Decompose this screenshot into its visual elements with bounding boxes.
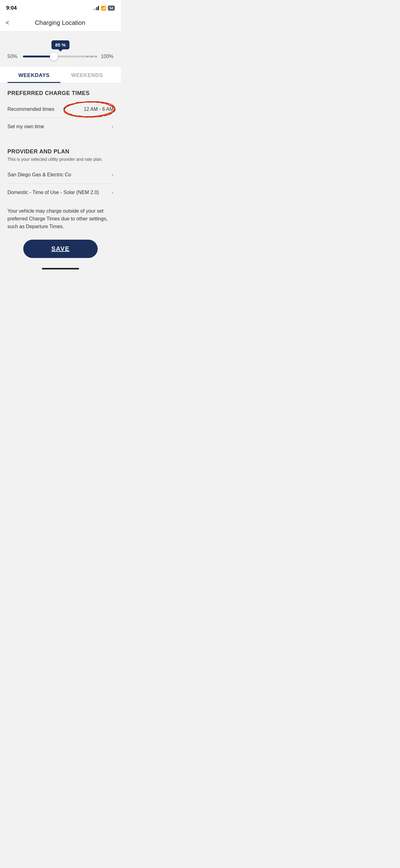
section-divider (0, 135, 121, 138)
recommended-label: Recommended times (7, 106, 54, 112)
provider-plan-title: PROVIDER AND PLAN (7, 148, 113, 155)
preferred-charge-times-title: PREFERRED CHARGE TIMES (7, 90, 113, 97)
back-button[interactable]: < (6, 18, 12, 28)
provider-chevron-group: › (109, 172, 113, 178)
recommended-value: 12 AM - 6 AM (84, 106, 113, 112)
set-own-time-label: Set my own time (7, 124, 44, 129)
slider-dot (95, 56, 97, 57)
slider-value-bubble: 85 % (52, 40, 69, 49)
status-bar: 9:04 📶 54 (0, 0, 121, 15)
recommended-value-group: 12 AM - 6 AM (84, 106, 113, 112)
home-bar (42, 268, 79, 270)
signal-icon (93, 6, 99, 10)
battery-badge: 54 (108, 6, 115, 10)
slider-track-container[interactable] (23, 53, 97, 61)
tab-weekends[interactable]: WEEKENDS (61, 67, 113, 83)
chevron-right-icon: › (112, 189, 113, 195)
provider-name-label: San Diego Gas & Electric Co (7, 172, 71, 178)
slider-dot (87, 56, 88, 57)
plan-name-label: Domestic - Time of Use - Solar (NEM 2.0) (7, 190, 99, 195)
chevron-right-icon: › (112, 172, 113, 178)
page-title: Charging Location (14, 19, 106, 26)
save-button[interactable]: SAVE (23, 240, 98, 258)
slider-tooltip: 85 % (7, 40, 113, 49)
tabs-section: WEEKDAYS WEEKENDS (0, 67, 121, 83)
slider-dots (56, 56, 97, 57)
set-own-time-row[interactable]: Set my own time › (7, 118, 113, 135)
slider-row: 50% 100% (7, 53, 113, 61)
recommended-times-row[interactable]: Recommended times 12 AM - 6 AM (7, 101, 113, 118)
provider-name-row[interactable]: San Diego Gas & Electric Co › (7, 166, 113, 184)
provider-plan-subtitle: This is your selected utility provider a… (7, 157, 113, 162)
tab-weekdays[interactable]: WEEKDAYS (7, 67, 61, 83)
provider-and-plan-section: PROVIDER AND PLAN This is your selected … (0, 142, 121, 201)
slider-max-label: 100% (101, 54, 113, 59)
slider-section: 85 % 50% 100% (0, 32, 121, 67)
slider-dot (91, 56, 93, 57)
disclaimer-text: Your vehicle may charge outside of your … (0, 201, 121, 235)
nav-bar: < Charging Location (0, 15, 121, 32)
save-button-container: SAVE (0, 235, 121, 266)
set-own-time-chevron-group: › (109, 124, 113, 130)
preferred-charge-times-section: PREFERRED CHARGE TIMES Recommended times… (0, 83, 121, 135)
plan-chevron-group: › (109, 189, 113, 195)
content: 85 % 50% 100% WEEKDAYS WEEKENDS (0, 32, 121, 274)
slider-min-label: 50% (7, 54, 19, 59)
wifi-icon: 📶 (101, 6, 106, 10)
plan-name-row[interactable]: Domestic - Time of Use - Solar (NEM 2.0)… (7, 184, 113, 201)
chevron-right-icon: › (112, 124, 113, 130)
slider-fill (23, 56, 54, 57)
home-indicator (0, 266, 121, 274)
status-icons: 📶 54 (93, 6, 115, 10)
status-time: 9:04 (6, 5, 17, 11)
